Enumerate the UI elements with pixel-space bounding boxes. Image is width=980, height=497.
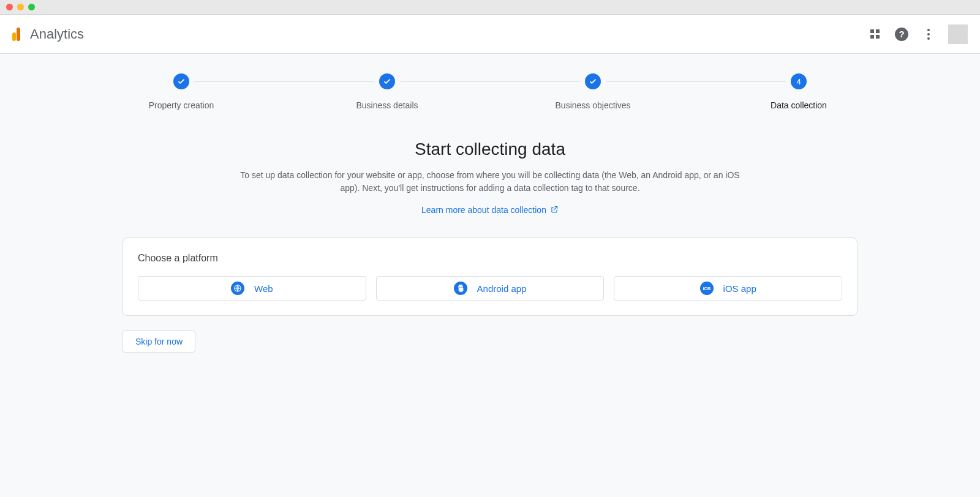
check-icon — [585, 73, 601, 89]
platform-label: Android app — [477, 283, 527, 294]
step-label: Data collection — [771, 100, 827, 110]
svg-point-1 — [459, 286, 459, 286]
check-icon — [379, 73, 395, 89]
stepper-line — [186, 81, 794, 82]
more-vert-icon — [927, 29, 930, 40]
main-content: Property creation Business details Busin… — [0, 54, 980, 497]
step-business-objectives[interactable]: Business objectives — [538, 73, 648, 110]
window-chrome — [0, 0, 980, 15]
app-title: Analytics — [30, 26, 84, 42]
step-number-icon: 4 — [791, 73, 807, 89]
page-headline: Start collecting data — [123, 140, 858, 159]
learn-more-label: Learn more about data collection — [421, 205, 546, 215]
platform-web-button[interactable]: Web — [138, 276, 366, 301]
globe-icon — [231, 282, 244, 295]
step-label: Business details — [356, 100, 418, 110]
android-icon — [454, 282, 467, 295]
skip-button[interactable]: Skip for now — [123, 331, 195, 353]
more-menu-button[interactable] — [916, 22, 941, 47]
help-icon: ? — [895, 28, 908, 41]
page-subtext: To set up data collection for your websi… — [239, 169, 741, 195]
platform-android-button[interactable]: Android app — [376, 276, 605, 301]
window-minimize-icon[interactable] — [17, 4, 24, 10]
step-property-creation[interactable]: Property creation — [126, 73, 236, 110]
learn-more-link[interactable]: Learn more about data collection — [421, 205, 559, 215]
ios-icon: iOS — [700, 282, 714, 295]
skip-label: Skip for now — [135, 337, 183, 346]
setup-stepper: Property creation Business details Busin… — [123, 73, 858, 110]
check-icon — [173, 73, 189, 89]
external-link-icon — [550, 205, 559, 215]
step-label: Business objectives — [556, 100, 631, 110]
platform-card: Choose a platform Web — [123, 237, 858, 316]
window-close-icon[interactable] — [6, 4, 13, 10]
step-business-details[interactable]: Business details — [332, 73, 442, 110]
platform-label: Web — [254, 283, 273, 294]
window-zoom-icon[interactable] — [28, 4, 35, 10]
platform-card-title: Choose a platform — [138, 253, 842, 264]
apps-grid-icon — [870, 29, 880, 39]
step-data-collection[interactable]: 4 Data collection — [744, 73, 854, 110]
apps-menu-button[interactable] — [862, 22, 887, 47]
step-label: Property creation — [149, 100, 214, 110]
account-avatar[interactable] — [948, 24, 968, 44]
app-bar: Analytics ? — [0, 15, 980, 54]
platform-ios-button[interactable]: iOS iOS app — [614, 276, 842, 301]
help-button[interactable]: ? — [889, 22, 914, 47]
platform-label: iOS app — [723, 283, 756, 294]
analytics-logo-icon — [12, 28, 20, 41]
svg-point-2 — [461, 286, 462, 286]
